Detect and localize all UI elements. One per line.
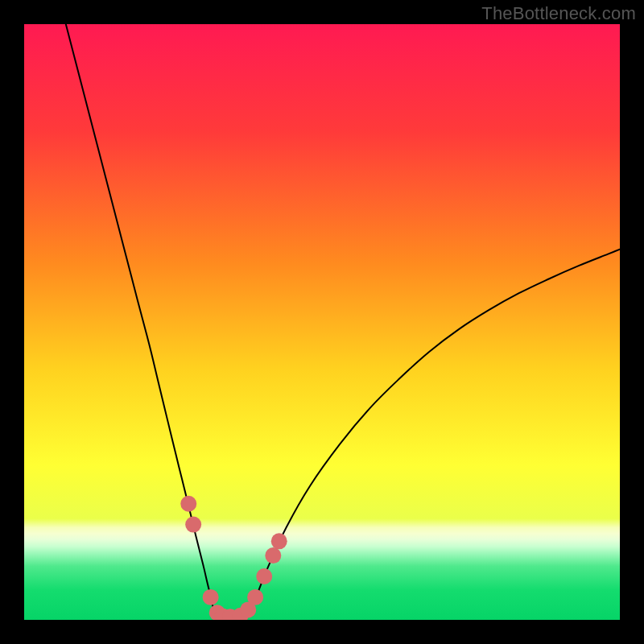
watermark-text: TheBottleneck.com bbox=[481, 3, 636, 24]
marker-point bbox=[256, 568, 272, 584]
plot-area bbox=[24, 24, 620, 620]
marker-point bbox=[203, 589, 219, 605]
gradient-background bbox=[24, 24, 620, 620]
marker-point bbox=[247, 589, 263, 605]
marker-point bbox=[271, 533, 287, 549]
marker-point bbox=[180, 496, 196, 512]
marker-point bbox=[265, 547, 281, 564]
chart-frame: TheBottleneck.com bbox=[0, 0, 644, 644]
chart-svg bbox=[24, 24, 620, 620]
marker-point bbox=[185, 517, 201, 533]
